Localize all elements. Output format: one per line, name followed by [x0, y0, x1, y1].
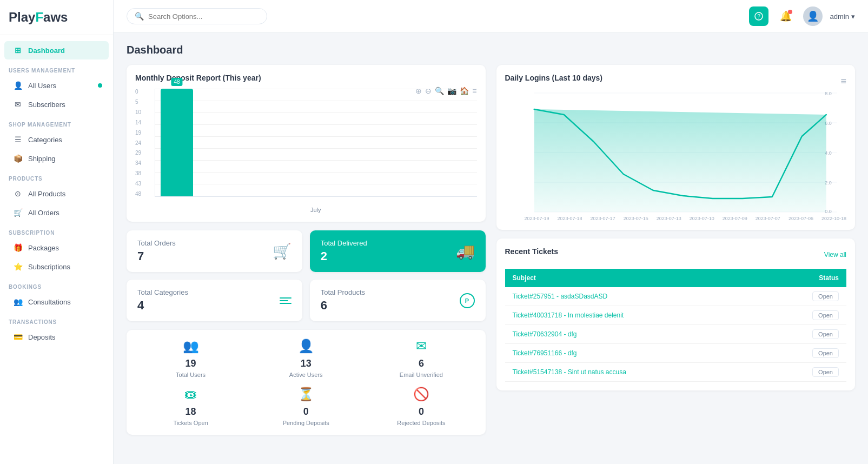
line-chart-area: 8.0 6.0 4.0 2.0 0.0 — [525, 93, 847, 221]
ticket-status: Open — [763, 344, 846, 363]
sidebar: PlayFaws ⊞ Dashboard USERS MANAGEMENT 👤 … — [0, 0, 114, 464]
ticket-status: Open — [763, 306, 846, 325]
content-area: Dashboard Monthly Deposit Report (This y… — [114, 33, 868, 464]
search-input[interactable] — [148, 12, 256, 21]
right-column: Daily Logins (Last 10 days) ≡ — [496, 65, 856, 435]
bottom-stat-label: Active Users — [289, 372, 323, 378]
chart-yaxis: 48 43 38 34 29 24 19 14 10 5 0 — [135, 89, 150, 197]
sidebar-item-label: All Users — [28, 82, 56, 90]
stats-row: Total Orders 7 🛒 Total Delivered 2 🚚 — [127, 230, 486, 321]
notification-dot — [788, 10, 792, 14]
stat-card-total-products: Total Products 6 P — [310, 280, 486, 321]
sidebar-item-subscriptions[interactable]: ⭐ Subscriptions — [4, 257, 109, 276]
admin-name: admin — [830, 12, 849, 21]
active-dot — [98, 83, 102, 88]
bottom-stat-label: Rejected Deposits — [397, 420, 445, 426]
sidebar-item-deposits[interactable]: 💳 Deposits — [4, 328, 109, 346]
consultations-icon: 👥 — [13, 297, 23, 306]
ticket-icon: 🎟 — [184, 387, 197, 402]
logo: PlayFaws — [0, 0, 113, 35]
sidebar-item-label: Shipping — [28, 155, 56, 163]
categories-icon: ☰ — [13, 135, 23, 144]
admin-label[interactable]: admin ▾ — [830, 12, 855, 21]
sidebar-item-label: All Orders — [28, 209, 59, 217]
sidebar-item-shipping[interactable]: 📦 Shipping — [4, 149, 109, 168]
view-all-link[interactable]: View all — [824, 251, 846, 258]
truck-icon: 🚚 — [456, 242, 475, 260]
sidebar-item-label: Subscribers — [28, 101, 65, 109]
bottom-stat-value: 6 — [419, 358, 424, 369]
stat-value: 7 — [137, 249, 176, 263]
products-icon: ⊙ — [13, 189, 23, 198]
sidebar-item-all-products[interactable]: ⊙ All Products — [4, 184, 109, 203]
line-chart-xaxis: 2023-07-19 2023-07-18 2023-07-17 2023-07… — [525, 216, 847, 221]
ticket-subject[interactable]: Ticket#40031718 - In molestiae delenit — [505, 306, 763, 325]
sidebar-item-all-users[interactable]: 👤 All Users — [4, 76, 109, 95]
shield-icon: ? — [754, 12, 763, 21]
logo-aws: aws — [43, 10, 68, 24]
svg-text:?: ? — [757, 14, 760, 19]
stat-label: Total Categories — [137, 288, 188, 296]
ticket-subject[interactable]: Ticket#70632904 - dfg — [505, 325, 763, 344]
help-icon-btn[interactable]: ? — [749, 6, 768, 26]
email-icon: ✉ — [416, 339, 427, 354]
notification-btn[interactable]: 🔔 — [776, 6, 796, 26]
section-products: PRODUCTS — [0, 168, 113, 184]
chart-xlabel: July — [155, 207, 477, 213]
sidebar-item-label: Deposits — [28, 333, 56, 341]
avatar-icon: 👤 — [807, 10, 819, 22]
bottom-stat-active-users: 👤 13 Active Users — [253, 339, 359, 378]
sidebar-item-dashboard[interactable]: ⊞ Dashboard — [4, 41, 109, 59]
pending-icon: ⏳ — [298, 387, 314, 402]
sidebar-item-packages[interactable]: 🎁 Packages — [4, 238, 109, 257]
search-box[interactable]: 🔍 — [127, 8, 267, 24]
line-chart-container: 8.0 6.0 4.0 2.0 0.0 — [505, 93, 847, 221]
sidebar-item-categories[interactable]: ☰ Categories — [4, 130, 109, 149]
topbar-right: ? 🔔 👤 admin ▾ — [749, 6, 855, 26]
sidebar-item-label: Consultations — [28, 298, 71, 306]
sidebar-item-consultations[interactable]: 👥 Consultations — [4, 293, 109, 311]
chart-bar-july: 48 — [161, 89, 193, 196]
ticket-subject[interactable]: Ticket#257951 - asdaSDasdASD — [505, 287, 763, 306]
col-subject: Subject — [505, 269, 763, 287]
sidebar-item-all-orders[interactable]: 🛒 All Orders — [4, 203, 109, 222]
packages-icon: 🎁 — [13, 243, 23, 252]
chart-bar-value: 48 — [171, 78, 182, 86]
tickets-table-body: Ticket#257951 - asdaSDasdASD Open Ticket… — [505, 287, 847, 382]
sidebar-item-label: Categories — [28, 136, 62, 144]
logo-play: Play — [9, 10, 35, 24]
daily-logins-title: Daily Logins (Last 10 days) — [505, 74, 603, 82]
daily-logins-card: Daily Logins (Last 10 days) ≡ — [496, 65, 856, 230]
sidebar-item-subscribers[interactable]: ✉ Subscribers — [4, 95, 109, 114]
table-row: Ticket#257951 - asdaSDasdASD Open — [505, 287, 847, 306]
chart-body: 48 — [155, 89, 477, 197]
list-icon — [280, 297, 291, 304]
stat-label: Total Products — [321, 288, 365, 296]
stat-label: Total Delivered — [321, 239, 367, 247]
sidebar-item-label: Subscriptions — [28, 263, 70, 271]
user-icon: 👤 — [13, 81, 23, 90]
stat-value: 6 — [321, 299, 365, 313]
stat-label: Total Orders — [137, 239, 176, 247]
bottom-stat-value: 19 — [185, 358, 196, 369]
ticket-subject[interactable]: Ticket#76951166 - dfg — [505, 344, 763, 363]
users-icon: 👥 — [183, 339, 199, 354]
sidebar-nav: ⊞ Dashboard USERS MANAGEMENT 👤 All Users… — [0, 35, 113, 352]
bottom-stat-tickets-open: 🎟 18 Tickets Open — [137, 387, 244, 426]
bottom-stat-value: 0 — [419, 406, 424, 417]
mail-icon: ✉ — [13, 100, 23, 109]
bottom-stat-label: Pending Deposits — [283, 420, 329, 426]
tickets-title: Recent Tickets — [505, 247, 559, 256]
product-circle-icon: P — [460, 293, 475, 308]
section-users-management: USERS MANAGEMENT — [0, 60, 113, 76]
ticket-subject[interactable]: Ticket#51547138 - Sint ut natus accusa — [505, 363, 763, 382]
svg-text:8.0: 8.0 — [825, 91, 832, 96]
table-row: Ticket#76951166 - dfg Open — [505, 344, 847, 363]
stat-card-total-delivered: Total Delivered 2 🚚 — [310, 230, 486, 272]
bottom-stat-label: Total Users — [176, 372, 206, 378]
menu-dots-icon: ≡ — [840, 76, 846, 87]
bottom-stat-value: 18 — [185, 406, 196, 417]
table-row: Ticket#70632904 - dfg Open — [505, 325, 847, 344]
sidebar-item-label: Packages — [28, 244, 59, 252]
main-area: 🔍 ? 🔔 👤 admin ▾ Dashboard — [114, 0, 868, 464]
